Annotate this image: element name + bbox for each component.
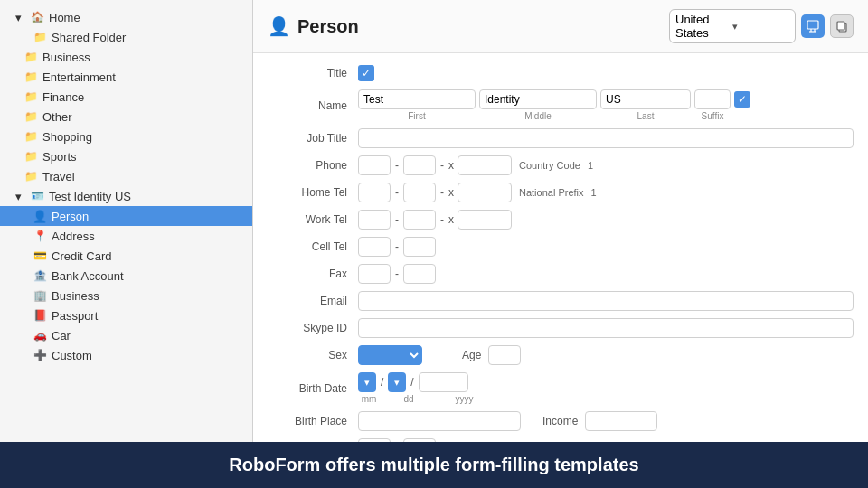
age-input[interactable]: [488, 345, 521, 365]
person-icon: 👤: [33, 209, 47, 223]
birth-place-label: Birth Place: [268, 415, 358, 427]
sidebar-item-label: Entertainment: [42, 70, 116, 84]
work-tel-row: Work Tel - - x: [268, 206, 854, 233]
sidebar-item-sports[interactable]: 📁 Sports: [0, 146, 252, 166]
sidebar-item-label: Car: [52, 329, 71, 343]
folder-icon: 📁: [24, 89, 38, 104]
sidebar-item-label: Other: [42, 110, 72, 124]
folder-icon: 📁: [24, 129, 38, 144]
email-fields: [358, 291, 854, 311]
credit-card-icon: 💳: [33, 249, 47, 263]
sidebar-item-credit-card[interactable]: 💳 Credit Card: [0, 246, 252, 266]
folder-icon: 📁: [24, 169, 38, 183]
birth-dd-stepper[interactable]: ▾: [388, 372, 406, 392]
main-content: ▾ 🏠 Home 📁 Shared Folder 📁 Business 📁 En…: [0, 0, 868, 442]
birth-yyyy-input[interactable]: [419, 372, 468, 392]
sidebar-item-passport[interactable]: 📕 Passport: [0, 305, 252, 325]
name-first-input[interactable]: [358, 89, 476, 109]
sidebar-item-other[interactable]: 📁 Other: [0, 107, 252, 127]
home-tel-row: Home Tel - - x National Prefix 1: [268, 179, 854, 206]
sidebar-item-finance[interactable]: 📁 Finance: [0, 87, 252, 107]
sidebar-item-address[interactable]: 📍 Address: [0, 226, 252, 246]
sidebar-item-label: Bank Account: [52, 269, 124, 283]
birth-mm-stepper[interactable]: ▾: [358, 372, 376, 392]
name-label: Name: [268, 99, 358, 112]
sex-label: Sex: [268, 349, 358, 361]
sidebar-item-label: Travel: [42, 170, 75, 183]
phone-area-input[interactable]: [358, 155, 391, 175]
job-title-input[interactable]: [358, 128, 854, 148]
home-prefix-input[interactable]: [403, 183, 436, 202]
monitor-button[interactable]: [801, 14, 825, 38]
birth-date-label: Birth Date: [268, 382, 358, 395]
sidebar-item-custom[interactable]: ➕ Custom: [0, 345, 252, 365]
business-icon: 🏢: [33, 288, 47, 303]
national-prefix-val: 1: [591, 187, 597, 198]
country-label: United States: [675, 13, 732, 40]
sidebar-item-shared[interactable]: 📁 Shared Folder: [0, 27, 252, 47]
income-input[interactable]: [585, 411, 657, 431]
sidebar-item-home[interactable]: ▾ 🏠 Home: [0, 7, 252, 27]
cell-tel-row: Cell Tel -: [268, 233, 854, 260]
home-tel-label: Home Tel: [268, 186, 358, 199]
phone-number-input[interactable]: [458, 155, 512, 175]
copy-button[interactable]: [830, 14, 854, 38]
name-middle-input[interactable]: [479, 89, 597, 109]
work-prefix-input[interactable]: [403, 210, 436, 230]
page-title: Person: [297, 16, 669, 37]
dash3: -: [394, 186, 400, 199]
sex-select[interactable]: Male Female: [358, 345, 422, 365]
sidebar-item-business2[interactable]: 🏢 Business: [0, 286, 252, 305]
sidebar-item-shopping[interactable]: 📁 Shopping: [0, 127, 252, 146]
email-input[interactable]: [358, 291, 854, 311]
name-check[interactable]: ✓: [734, 91, 750, 108]
fax-area-input[interactable]: [358, 264, 391, 284]
cell-area-input[interactable]: [358, 237, 391, 257]
sidebar-item-travel[interactable]: 📁 Travel: [0, 166, 252, 186]
name-suffix-input[interactable]: [694, 89, 731, 109]
svg-rect-0: [807, 21, 818, 29]
cell-prefix-input[interactable]: [403, 237, 436, 257]
sidebar-item-label: Test Identity US: [49, 190, 131, 203]
sex-age-fields: Male Female Age: [358, 345, 854, 365]
monitor-icon: [807, 20, 819, 33]
chevron-icon: ▾: [11, 10, 25, 24]
email-row: Email: [268, 287, 854, 314]
sidebar-item-test-identity[interactable]: ▾ 🪪 Test Identity US: [0, 186, 252, 206]
sidebar-item-label: Finance: [42, 90, 84, 104]
sidebar-item-label: Business: [52, 289, 99, 303]
cell-tel-fields: -: [358, 237, 854, 257]
sidebar-item-label: Home: [49, 11, 80, 24]
home-area-input[interactable]: [358, 183, 391, 202]
sidebar-item-business-top[interactable]: 📁 Business: [0, 47, 252, 67]
home-number-input[interactable]: [458, 183, 512, 202]
person-header-icon: 👤: [268, 15, 290, 37]
identity-icon: 🪪: [30, 189, 44, 203]
bottom-banner: RoboForm offers multiple form-filling te…: [0, 442, 868, 488]
sidebar-item-person[interactable]: 👤 Person: [0, 206, 252, 226]
sidebar-item-label: Address: [52, 230, 95, 243]
title-checkbox[interactable]: ✓: [358, 65, 374, 81]
dash5: -: [394, 213, 400, 226]
birth-place-input[interactable]: [358, 411, 521, 431]
sidebar-item-bank-account[interactable]: 🏦 Bank Account: [0, 266, 252, 286]
national-prefix-label: National Prefix: [519, 187, 584, 198]
sidebar: ▾ 🏠 Home 📁 Shared Folder 📁 Business 📁 En…: [0, 0, 253, 442]
fax-row: Fax -: [268, 260, 854, 287]
phone-prefix-input[interactable]: [403, 155, 436, 175]
work-area-input[interactable]: [358, 210, 391, 230]
svg-rect-5: [837, 22, 844, 30]
skype-input[interactable]: [358, 318, 854, 338]
slash1: /: [380, 376, 384, 389]
col-suffix-label: Suffix: [694, 111, 731, 121]
cell-tel-label: Cell Tel: [268, 240, 358, 253]
sidebar-item-entertainment[interactable]: 📁 Entertainment: [0, 67, 252, 87]
country-code-val: 1: [588, 160, 593, 171]
work-number-input[interactable]: [458, 210, 512, 230]
name-last-input[interactable]: [600, 89, 691, 109]
country-select[interactable]: United States ▾: [669, 9, 796, 43]
work-tel-label: Work Tel: [268, 213, 358, 226]
dash6: -: [439, 213, 445, 226]
fax-prefix-input[interactable]: [403, 264, 436, 284]
sidebar-item-car[interactable]: 🚗 Car: [0, 325, 252, 345]
